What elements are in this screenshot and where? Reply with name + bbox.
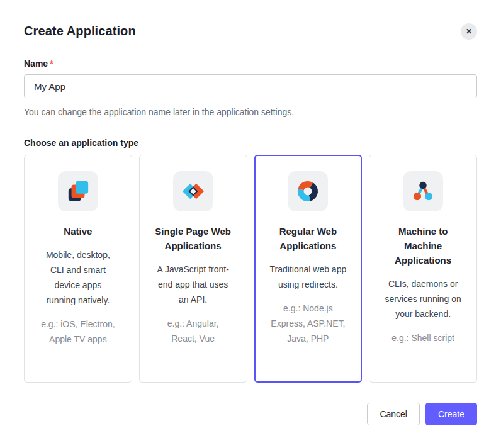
name-helper-text: You can change the application name late… bbox=[24, 106, 477, 118]
card-title: Native bbox=[40, 224, 116, 238]
card-description: CLIs, daemons or services running on you… bbox=[385, 276, 461, 322]
card-title: Machine to Machine Applications bbox=[385, 224, 461, 267]
create-application-dialog: Create Application ✕ Name* You can chang… bbox=[0, 23, 501, 425]
dialog-title: Create Application bbox=[24, 23, 136, 39]
card-description: Traditional web app using redirects. bbox=[270, 262, 347, 292]
app-type-card-m2m[interactable]: Machine to Machine Applications CLIs, da… bbox=[369, 155, 477, 383]
dialog-footer: Cancel Create bbox=[24, 403, 477, 425]
close-icon: ✕ bbox=[466, 28, 472, 35]
create-button[interactable]: Create bbox=[425, 403, 477, 425]
card-examples: e.g.: Shell script bbox=[385, 330, 461, 345]
spa-icon-tile bbox=[173, 171, 213, 211]
card-description: A JavaScript front-end app that uses an … bbox=[155, 262, 232, 307]
dialog-header: Create Application ✕ bbox=[24, 23, 477, 40]
app-type-card-regular-web[interactable]: Regular Web Applications Traditional web… bbox=[254, 155, 363, 383]
app-type-card-native[interactable]: Native Mobile, desktop, CLI and smart de… bbox=[24, 155, 132, 383]
app-type-card-spa[interactable]: Single Page Web Applications A JavaScrip… bbox=[139, 155, 247, 383]
required-asterisk: * bbox=[50, 59, 53, 69]
cancel-button[interactable]: Cancel bbox=[367, 403, 420, 425]
regular-web-donut-icon bbox=[296, 179, 320, 203]
application-name-input[interactable] bbox=[24, 74, 477, 98]
native-stacked-squares-icon bbox=[66, 179, 90, 203]
machine-to-machine-nodes-icon bbox=[411, 179, 435, 203]
card-title: Regular Web Applications bbox=[270, 224, 347, 253]
card-description: Mobile, desktop, CLI and smart device ap… bbox=[40, 247, 116, 308]
regular-web-icon-tile bbox=[288, 171, 328, 211]
application-type-cards: Native Mobile, desktop, CLI and smart de… bbox=[24, 155, 477, 383]
card-examples: e.g.: Angular, React, Vue bbox=[155, 316, 232, 346]
name-label-text: Name bbox=[24, 59, 48, 69]
name-field-label: Name* bbox=[24, 59, 477, 69]
close-button[interactable]: ✕ bbox=[461, 23, 477, 40]
card-title: Single Page Web Applications bbox=[155, 224, 232, 253]
card-examples: e.g.: iOS, Electron, Apple TV apps bbox=[40, 316, 116, 347]
m2m-icon-tile bbox=[403, 171, 443, 211]
single-page-app-diamonds-icon bbox=[181, 179, 205, 203]
native-icon-tile bbox=[58, 171, 98, 211]
card-examples: e.g.: Node.js Express, ASP.NET, Java, PH… bbox=[270, 301, 347, 346]
application-type-label: Choose an application type bbox=[24, 137, 477, 148]
